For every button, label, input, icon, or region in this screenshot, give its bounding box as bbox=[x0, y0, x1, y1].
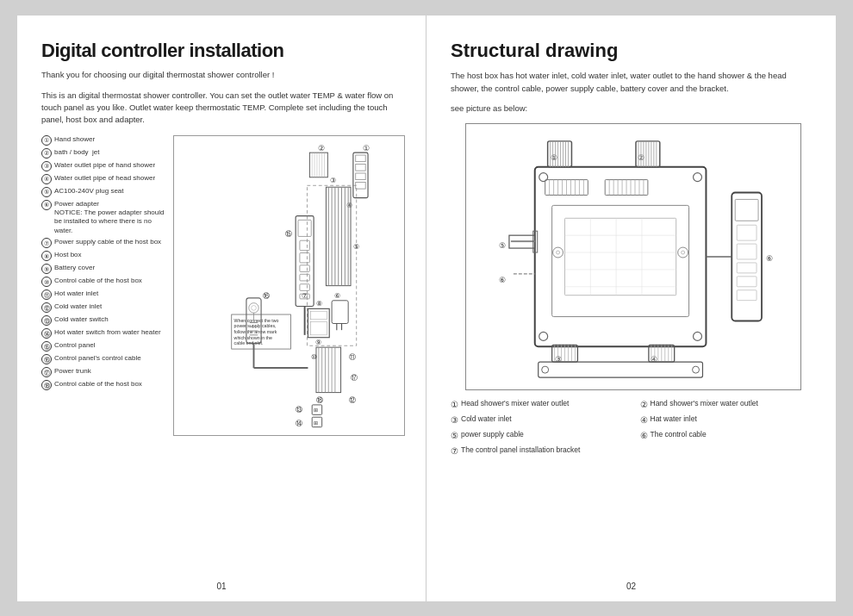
label-text: Hand shower bbox=[54, 135, 95, 144]
label-text: Control panel bbox=[54, 341, 96, 350]
label-num: ⑨ bbox=[41, 264, 52, 274]
svg-text:⑫: ⑫ bbox=[349, 396, 356, 404]
label-num: ⑯ bbox=[41, 354, 52, 364]
svg-text:⑥: ⑥ bbox=[766, 254, 773, 263]
labels-list: ①Hand shower②bath / body jet③Water outle… bbox=[41, 135, 166, 436]
label-text: Water outlet pipe of head shower bbox=[54, 174, 155, 183]
structural-desc-1: The host box has hot water inlet, cold w… bbox=[451, 69, 815, 95]
svg-text:follow the arrow mark: follow the arrow mark bbox=[234, 328, 277, 333]
label-text: Control cable of the host box bbox=[54, 277, 142, 285]
bottom-label-num: ⑤ bbox=[451, 430, 458, 442]
page-container: Digital controller installation Thank yo… bbox=[17, 16, 836, 601]
svg-text:③: ③ bbox=[330, 177, 336, 184]
label-text: AC100-240V plug seat bbox=[54, 187, 124, 196]
bottom-label-text: Hat water inlet bbox=[651, 414, 697, 425]
label-num: ⑭ bbox=[41, 328, 52, 339]
label-num: ⑦ bbox=[41, 238, 52, 248]
bottom-label-num: ④ bbox=[640, 414, 648, 426]
label-text: Host box bbox=[54, 251, 82, 259]
intro-text-2: This is an digital thermostat shower con… bbox=[41, 90, 405, 127]
bottom-label-text: The control panel installation bracket bbox=[461, 445, 580, 456]
label-num: ③ bbox=[41, 161, 52, 171]
svg-text:⑯: ⑯ bbox=[263, 291, 270, 299]
label-num: ⑰ bbox=[41, 367, 52, 377]
bottom-label-text: power supply cable bbox=[461, 430, 524, 440]
label-item: ⑮Control panel bbox=[41, 341, 166, 352]
bottom-label-text: The control cable bbox=[651, 430, 707, 440]
bottom-label-item: ⑦The control panel installation bracket bbox=[451, 445, 626, 457]
label-num: ② bbox=[41, 148, 52, 159]
svg-text:⑩: ⑩ bbox=[311, 353, 317, 361]
label-item: ⑰Power trunk bbox=[41, 367, 166, 377]
bottom-label-text: Hand shower's mixer water outlet bbox=[651, 399, 758, 409]
svg-text:①: ① bbox=[550, 153, 557, 162]
label-item: ⑤AC100-240V plug seat bbox=[41, 187, 166, 197]
bottom-label-num: ③ bbox=[451, 414, 458, 426]
label-text: Control cable of the host box bbox=[54, 380, 142, 389]
right-page: Structural drawing The host box has hot … bbox=[426, 16, 836, 601]
bottom-label-item: ①Head shower's mixer water outlet bbox=[451, 399, 626, 411]
bottom-label-text: Cold water inlet bbox=[461, 414, 512, 425]
structural-desc-2: see picture as below: bbox=[451, 102, 815, 115]
svg-text:⑬: ⑬ bbox=[296, 406, 302, 414]
label-num: ⑪ bbox=[41, 289, 52, 300]
svg-text:⊞: ⊞ bbox=[314, 408, 318, 413]
label-text: Power trunk bbox=[54, 367, 91, 376]
label-text: Cold water inlet bbox=[54, 302, 102, 311]
label-num: ① bbox=[41, 135, 52, 146]
label-num: ⑫ bbox=[41, 302, 52, 313]
svg-text:④: ④ bbox=[346, 202, 352, 209]
label-text: Battery cover bbox=[54, 264, 95, 272]
bottom-label-num: ① bbox=[451, 399, 458, 411]
svg-text:①: ① bbox=[363, 144, 370, 152]
svg-text:⑮: ⑮ bbox=[285, 230, 292, 238]
svg-text:When connect the two: When connect the two bbox=[234, 317, 279, 322]
label-text: bath / body jet bbox=[54, 148, 99, 157]
svg-text:⑤: ⑤ bbox=[353, 242, 359, 250]
svg-text:⑦: ⑦ bbox=[302, 291, 308, 299]
label-num: ④ bbox=[41, 174, 52, 184]
label-item: ⑭Hot water switch from water heater bbox=[41, 328, 166, 339]
label-num: ⑧ bbox=[41, 251, 52, 261]
svg-text:⑥: ⑥ bbox=[499, 276, 506, 284]
label-item: ⑱Control cable of the host box bbox=[41, 380, 166, 390]
left-page: Digital controller installation Thank yo… bbox=[17, 16, 426, 601]
bottom-label-item: ⑤power supply cable bbox=[451, 430, 626, 442]
label-item: ①Hand shower bbox=[41, 135, 166, 146]
label-num: ⑤ bbox=[41, 187, 52, 197]
label-text: Hot water inlet bbox=[54, 289, 98, 298]
label-item: ④Water outlet pipe of head shower bbox=[41, 174, 166, 184]
label-num: ⑩ bbox=[41, 277, 52, 287]
svg-text:②: ② bbox=[318, 144, 325, 152]
svg-rect-82 bbox=[466, 124, 800, 389]
label-text: Water outlet pipe of hand shower bbox=[54, 161, 155, 170]
label-text: Power supply cable of the host box bbox=[54, 238, 161, 246]
svg-text:⊞: ⊞ bbox=[314, 420, 318, 425]
svg-text:⑱: ⑱ bbox=[316, 396, 323, 404]
label-item: ③Water outlet pipe of hand shower bbox=[41, 161, 166, 171]
label-item: ⑫Cold water inlet bbox=[41, 302, 166, 313]
label-text: Hot water switch from water heater bbox=[54, 328, 161, 337]
label-item: ②bath / body jet bbox=[41, 148, 166, 159]
intro-text-1: Thank you for choosing our digital therm… bbox=[41, 69, 405, 81]
bottom-label-text: Head shower's mixer water outlet bbox=[461, 399, 569, 409]
svg-text:power supply cables,: power supply cables, bbox=[234, 323, 277, 328]
structural-diagram: ① ② bbox=[465, 123, 801, 390]
bottom-label-item: ④Hat water inlet bbox=[640, 414, 816, 426]
svg-text:⑪: ⑪ bbox=[349, 353, 356, 361]
label-item: ⑦Power supply cable of the host box bbox=[41, 238, 166, 248]
label-num: ⑥ bbox=[41, 200, 52, 210]
left-page-num: 01 bbox=[216, 582, 226, 591]
label-text: Cold water switch bbox=[54, 315, 109, 324]
svg-text:which shown in the: which shown in the bbox=[234, 334, 272, 339]
bottom-label-num: ⑦ bbox=[451, 445, 458, 457]
content-area: ①Hand shower②bath / body jet③Water outle… bbox=[41, 135, 405, 436]
svg-text:⑰: ⑰ bbox=[351, 374, 358, 382]
bottom-label-num: ⑥ bbox=[640, 430, 648, 442]
svg-text:⑥: ⑥ bbox=[334, 291, 340, 299]
bottom-label-item: ②Hand shower's mixer water outlet bbox=[640, 399, 816, 411]
label-item: ⑧Host box bbox=[41, 251, 166, 261]
label-item: ⑪Hot water inlet bbox=[41, 289, 166, 300]
label-text: Control panel's control cable bbox=[54, 354, 141, 363]
label-item: ⑯Control panel's control cable bbox=[41, 354, 166, 364]
